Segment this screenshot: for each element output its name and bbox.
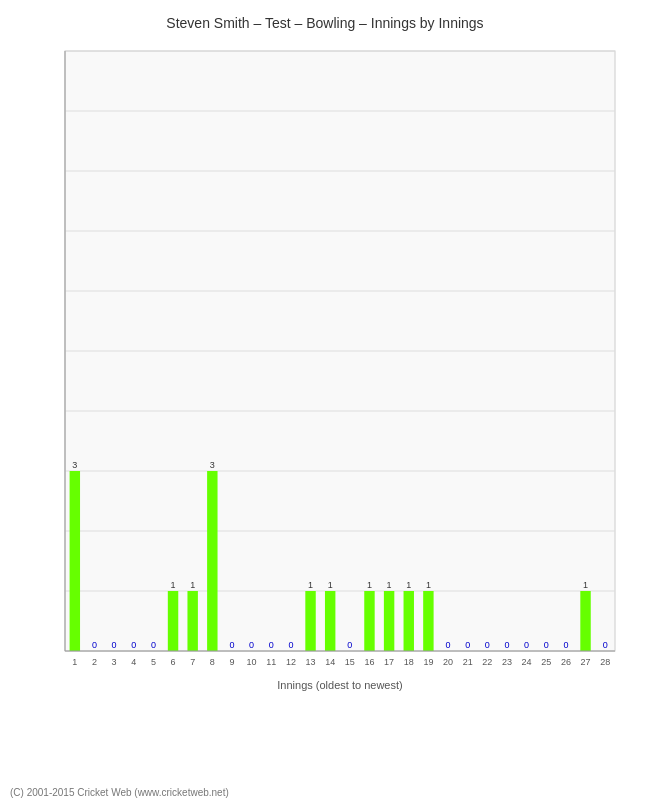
svg-text:1: 1 bbox=[72, 657, 77, 667]
svg-rect-23 bbox=[70, 471, 80, 651]
svg-text:0: 0 bbox=[504, 640, 509, 650]
svg-text:0: 0 bbox=[465, 640, 470, 650]
svg-rect-85 bbox=[580, 591, 590, 651]
copyright: (C) 2001-2015 Cricket Web (www.cricketwe… bbox=[10, 787, 229, 798]
svg-text:1: 1 bbox=[328, 580, 333, 590]
svg-text:1: 1 bbox=[583, 580, 588, 590]
svg-text:3: 3 bbox=[210, 460, 215, 470]
svg-text:Innings (oldest to newest): Innings (oldest to newest) bbox=[277, 679, 402, 691]
svg-text:0: 0 bbox=[485, 640, 490, 650]
svg-text:0: 0 bbox=[446, 640, 451, 650]
svg-text:0: 0 bbox=[524, 640, 529, 650]
svg-text:4: 4 bbox=[131, 657, 136, 667]
svg-rect-54 bbox=[325, 591, 335, 651]
svg-text:12: 12 bbox=[286, 657, 296, 667]
svg-text:22: 22 bbox=[482, 657, 492, 667]
svg-text:11: 11 bbox=[266, 657, 276, 667]
svg-text:1: 1 bbox=[171, 580, 176, 590]
svg-text:10: 10 bbox=[247, 657, 257, 667]
svg-text:0: 0 bbox=[603, 640, 608, 650]
svg-text:16: 16 bbox=[364, 657, 374, 667]
svg-text:21: 21 bbox=[463, 657, 473, 667]
svg-text:0: 0 bbox=[288, 640, 293, 650]
svg-text:0: 0 bbox=[563, 640, 568, 650]
svg-text:5: 5 bbox=[151, 657, 156, 667]
svg-rect-34 bbox=[168, 591, 178, 651]
chart-container: Steven Smith – Test – Bowling – Innings … bbox=[0, 0, 650, 800]
svg-text:1: 1 bbox=[308, 580, 313, 590]
svg-text:25: 25 bbox=[541, 657, 551, 667]
svg-text:1: 1 bbox=[190, 580, 195, 590]
svg-text:3: 3 bbox=[112, 657, 117, 667]
svg-text:14: 14 bbox=[325, 657, 335, 667]
svg-text:1: 1 bbox=[426, 580, 431, 590]
svg-text:9: 9 bbox=[229, 657, 234, 667]
svg-text:3: 3 bbox=[72, 460, 77, 470]
svg-text:1: 1 bbox=[387, 580, 392, 590]
svg-text:24: 24 bbox=[522, 657, 532, 667]
svg-rect-65 bbox=[404, 591, 414, 651]
svg-rect-37 bbox=[187, 591, 197, 651]
svg-text:23: 23 bbox=[502, 657, 512, 667]
svg-text:17: 17 bbox=[384, 657, 394, 667]
svg-text:8: 8 bbox=[210, 657, 215, 667]
svg-text:19: 19 bbox=[423, 657, 433, 667]
svg-text:0: 0 bbox=[544, 640, 549, 650]
svg-text:26: 26 bbox=[561, 657, 571, 667]
svg-text:0: 0 bbox=[92, 640, 97, 650]
svg-text:7: 7 bbox=[190, 657, 195, 667]
svg-text:6: 6 bbox=[171, 657, 176, 667]
svg-rect-68 bbox=[423, 591, 433, 651]
svg-text:0: 0 bbox=[269, 640, 274, 650]
svg-rect-51 bbox=[305, 591, 315, 651]
svg-rect-62 bbox=[384, 591, 394, 651]
svg-text:28: 28 bbox=[600, 657, 610, 667]
svg-text:0: 0 bbox=[112, 640, 117, 650]
svg-text:1: 1 bbox=[406, 580, 411, 590]
svg-text:15: 15 bbox=[345, 657, 355, 667]
svg-text:0: 0 bbox=[249, 640, 254, 650]
svg-rect-40 bbox=[207, 471, 217, 651]
svg-text:27: 27 bbox=[581, 657, 591, 667]
chart-title: Steven Smith – Test – Bowling – Innings … bbox=[10, 10, 640, 31]
svg-text:20: 20 bbox=[443, 657, 453, 667]
svg-text:0: 0 bbox=[229, 640, 234, 650]
svg-text:0: 0 bbox=[347, 640, 352, 650]
svg-text:0: 0 bbox=[151, 640, 156, 650]
svg-text:1: 1 bbox=[367, 580, 372, 590]
svg-text:2: 2 bbox=[92, 657, 97, 667]
svg-text:13: 13 bbox=[306, 657, 316, 667]
svg-rect-59 bbox=[364, 591, 374, 651]
chart-svg: 0123456789103102030405161738090100110121… bbox=[60, 41, 625, 701]
svg-text:18: 18 bbox=[404, 657, 414, 667]
svg-text:0: 0 bbox=[131, 640, 136, 650]
